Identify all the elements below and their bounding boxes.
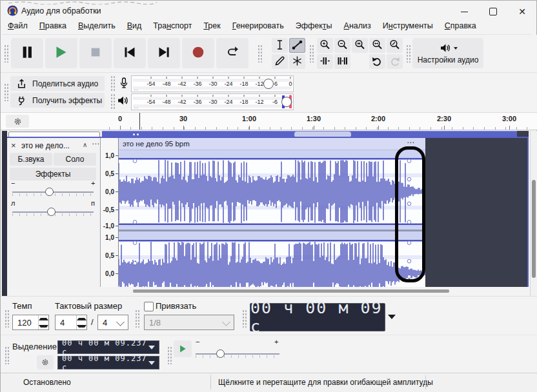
recording-level-slider[interactable] [263, 79, 274, 89]
menu-item[interactable]: Транспорт [147, 19, 198, 34]
play-at-speed-button[interactable] [174, 340, 192, 357]
envelope-control-point[interactable] [407, 275, 411, 279]
menu-item[interactable]: Справка [439, 19, 482, 34]
timeline-ruler[interactable]: 0301:001:302:002:303:00 [1, 113, 537, 130]
envelope-control-point[interactable] [407, 202, 411, 206]
tempo-input[interactable]: 120 [12, 315, 49, 330]
timeline-options-button[interactable] [6, 115, 29, 128]
silence-selection-button[interactable] [334, 54, 350, 69]
draw-tool[interactable] [272, 54, 288, 69]
multi-tool[interactable] [289, 54, 305, 69]
selection-tool[interactable] [272, 38, 288, 53]
horizontal-scrollbar-thumb[interactable] [133, 289, 449, 293]
track-close-icon[interactable]: × [11, 141, 16, 150]
envelope-control-point[interactable] [407, 220, 411, 224]
audio-position-display[interactable]: 00 ч 00 м 09 с [250, 303, 385, 331]
toolbar-grip[interactable] [167, 346, 172, 364]
menu-item[interactable]: Выделить [72, 19, 121, 34]
horizontal-scrollbar[interactable] [7, 287, 529, 296]
vertical-scrollbar-thumb[interactable] [532, 180, 536, 278]
track-menu-icon[interactable]: ⋯ [92, 139, 100, 148]
toolbar-grip[interactable] [242, 309, 247, 328]
vertical-scrollbar[interactable] [530, 131, 537, 296]
menu-item[interactable]: Трек [198, 19, 226, 34]
zoom-fit-button[interactable] [369, 38, 385, 53]
skip-to-start-button[interactable] [114, 38, 146, 68]
recording-meter[interactable]: ЛП-54-48-42-36-30-24-18-12-60 [131, 75, 294, 92]
vertical-scale-ruler[interactable]: 1,00,50,0-0,5-1,01,00,50,0 [101, 138, 119, 287]
zoom-out-button[interactable] [334, 38, 350, 53]
trim-outside-selection-button[interactable] [317, 54, 333, 69]
timesig-spinner[interactable] [76, 315, 86, 329]
record-button[interactable] [182, 38, 214, 68]
menu-item[interactable]: Эффекты [290, 19, 338, 34]
mute-button[interactable]: Б.звука [10, 153, 52, 166]
envelope-control-point[interactable] [407, 241, 411, 245]
toolbar-grip[interactable] [309, 44, 314, 63]
toolbar-grip[interactable] [5, 309, 9, 328]
tempo-spinner[interactable] [38, 315, 48, 329]
selection-start-field[interactable]: 00 ч 00 м 09.237 с [57, 340, 159, 354]
waveform[interactable] [119, 150, 425, 287]
solo-button[interactable]: Соло [54, 153, 96, 166]
zoom-toggle-button[interactable] [387, 38, 403, 53]
loop-button[interactable] [216, 38, 248, 68]
clip-menu-icon[interactable]: ⋯ [407, 138, 415, 147]
toolbar-grip[interactable] [4, 83, 8, 101]
zoom-selection-button[interactable] [352, 38, 368, 53]
envelope-point[interactable] [133, 133, 135, 135]
audio-setup-button[interactable]: Настройки аудио [412, 38, 483, 68]
track-collapse-icon[interactable]: ∧ [83, 141, 87, 148]
zoom-in-button[interactable] [317, 38, 333, 53]
toolbar-grip[interactable] [5, 346, 9, 364]
get-effects-button[interactable]: Получить эффекты [10, 93, 105, 108]
close-button[interactable]: ✕ [508, 3, 536, 20]
track-name[interactable]: это не дело... [21, 141, 82, 150]
menu-item[interactable]: Анализ [338, 19, 377, 34]
menu-item[interactable]: Файл [2, 19, 34, 34]
envelope-control-point[interactable] [407, 177, 411, 181]
snap-checkbox[interactable] [144, 302, 154, 311]
envelope-control-point[interactable] [133, 220, 137, 224]
toolbar-grip[interactable] [258, 44, 262, 63]
selection-end-field[interactable]: 00 ч 00 м 09.237 с [57, 356, 159, 369]
skip-to-end-button[interactable] [148, 38, 180, 68]
gain-slider[interactable] [45, 188, 54, 196]
envelope-tool[interactable] [289, 38, 305, 53]
envelope-control-point[interactable] [133, 159, 137, 163]
toolbar-grip[interactable] [406, 44, 410, 63]
menu-item[interactable]: Генерировать [227, 19, 290, 34]
track-waveform-area[interactable]: это не дело 95 bpm ⋯ [119, 138, 527, 287]
snap-select[interactable]: 1/8 [144, 315, 234, 330]
envelope-control-point[interactable] [133, 241, 137, 245]
pause-button[interactable] [11, 38, 43, 68]
envelope-control-point[interactable] [133, 261, 137, 265]
envelope-control-point[interactable] [407, 259, 411, 263]
share-audio-button[interactable]: Поделиться аудио [10, 76, 105, 91]
undo-button[interactable] [369, 54, 385, 69]
minimize-button[interactable] [450, 3, 478, 20]
timesig-denominator-select[interactable]: 4 [97, 315, 128, 330]
menu-item[interactable]: Правка [34, 19, 72, 34]
play-button[interactable] [45, 38, 77, 68]
clip-header[interactable]: это не дело 95 bpm ⋯ [119, 138, 425, 150]
stop-button[interactable] [79, 38, 112, 68]
menu-item[interactable]: Инструменты [377, 19, 439, 34]
speed-slider[interactable] [216, 349, 225, 358]
playback-meter[interactable]: ЛП-54-48-42-36-30-24-18-12-60 [131, 93, 294, 110]
toolbar-grip[interactable] [110, 93, 115, 109]
selection-options-button[interactable] [37, 355, 54, 369]
toolbar-grip[interactable] [110, 75, 115, 91]
envelope-control-point[interactable] [407, 159, 411, 163]
redo-button[interactable] [387, 54, 403, 69]
time-format-dropdown-icon[interactable] [388, 315, 396, 319]
menu-item[interactable]: Вид [121, 19, 148, 34]
maximize-button[interactable] [479, 3, 507, 20]
timesig-numerator-input[interactable]: 4 [55, 315, 87, 330]
playback-level-slider[interactable] [281, 97, 292, 107]
toolbar-grip[interactable] [4, 44, 8, 63]
pan-slider[interactable] [47, 208, 56, 216]
toolbar-grip[interactable] [135, 309, 139, 328]
envelope-point[interactable] [137, 133, 139, 135]
effects-button[interactable]: Эффекты [10, 168, 96, 181]
